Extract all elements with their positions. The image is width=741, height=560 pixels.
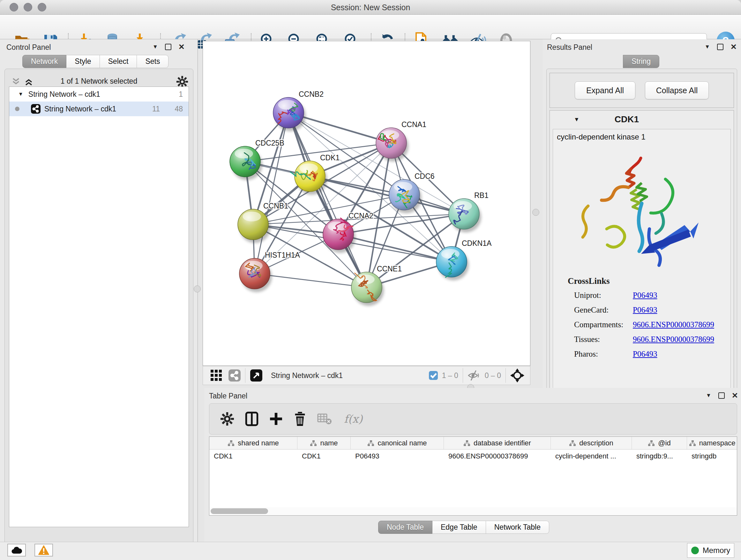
network-collection-row[interactable]: ▼ String Network – cdk1 1 [9,87,189,102]
table-gear-icon[interactable] [220,412,234,426]
column-header-shared-name[interactable]: shared name [209,437,297,449]
function-builder-icon[interactable]: f(x) [343,411,365,427]
protein-details: cyclin-dependent kinase 1 [553,129,731,395]
tree-expand-icon[interactable]: ▼ [18,91,23,97]
network-canvas[interactable]: CCNB2CCNA1CDC25BCDK1CDC6RB1CCNB1CCNA2CDK… [203,41,530,366]
node-label-CDC25B: CDC25B [255,139,284,147]
column-type-icon [227,440,234,446]
cell-0[interactable]: CDK1 [209,449,297,463]
node-CCNB1[interactable]: CCNB1 [238,202,288,243]
tab-edge-table[interactable]: Edge Table [432,521,486,534]
crosslink-link-2[interactable]: 9606.ENSP00000378699 [633,320,714,329]
column-header-canonical-name[interactable]: canonical name [351,437,444,449]
table-toolbar: f(x) [209,403,737,435]
panel-close-icon[interactable]: ✕ [732,392,738,399]
node-label-CCNA1: CCNA1 [401,120,426,129]
node-CCNB2[interactable]: CCNB2 [273,90,324,131]
node-HIST1H1A[interactable]: HIST1H1A [239,251,300,292]
right-splitter-handle[interactable] [532,209,539,216]
show-columns-icon[interactable] [245,412,259,426]
column-type-icon [463,440,470,446]
protein-section-header[interactable]: ▼ CDK1 [550,111,734,128]
tab-network[interactable]: Network [22,55,66,68]
tab-sets[interactable]: Sets [137,55,169,68]
column-header-database-identifier[interactable]: database identifier [444,437,551,449]
network-row-label: String Network – cdk1 [44,105,116,113]
hidden-eye-icon[interactable] [468,370,481,381]
create-column-icon[interactable] [269,412,283,426]
node-CDKN1A[interactable]: CDKN1A [436,239,492,280]
section-collapse-icon[interactable]: ▼ [574,116,580,123]
cell-5[interactable]: stringdb:9... [632,449,687,463]
edge-CCNB2-HIST1H1A [255,113,288,273]
node-label-RB1: RB1 [474,191,488,199]
selected-checkbox-icon[interactable] [428,371,438,380]
panel-float-icon[interactable] [718,392,725,399]
cell-4[interactable]: cyclin-dependent ... [551,449,632,463]
crosslink-link-3[interactable]: 9606.ENSP00000378699 [633,335,714,344]
panel-menu-icon[interactable]: ▼ [706,392,711,399]
node-CCNA1[interactable]: CCNA1 [376,120,426,162]
panel-menu-icon[interactable]: ▼ [152,44,158,50]
node-RB1[interactable]: RB1 [449,191,488,233]
delete-column-icon[interactable] [293,412,307,426]
table-row[interactable]: CDK1CDK1P064939606.ENSP00000378699cyclin… [209,449,737,463]
column-header--id[interactable]: @id [632,437,687,449]
detach-view-icon[interactable] [250,369,263,382]
column-header-description[interactable]: description [551,437,632,449]
grid-mode-icon[interactable] [210,369,223,382]
crosslink-link-4[interactable]: P06493 [633,350,657,359]
network-selection-status: 1 of 1 Network selected [8,77,190,85]
delete-table-icon[interactable] [317,413,332,425]
warning-status-button[interactable] [35,544,53,557]
memory-button[interactable]: Memory [687,543,734,558]
crosslink-link-1[interactable]: P06493 [633,306,657,314]
network-options-gear-icon[interactable] [176,76,188,88]
hidden-count: 0 – 0 [485,371,501,380]
cell-6[interactable]: stringdb [687,449,737,463]
node-label-CDK1: CDK1 [320,153,340,162]
column-type-icon [310,440,317,446]
view-mode-icon[interactable] [228,369,241,381]
column-type-icon [569,440,576,446]
crosslink-label-3: Tissues: [574,335,600,344]
panel-menu-icon[interactable]: ▼ [704,44,710,50]
column-type-icon [648,440,655,446]
panel-float-icon[interactable] [165,44,172,50]
column-header-name[interactable]: name [297,437,351,449]
node-table: shared namenamecanonical namedatabase id… [209,436,737,516]
application-window: Session: New Session [0,0,741,560]
svg-text:f(x): f(x) [344,413,363,425]
left-splitter-handle[interactable] [194,286,201,293]
table-horizontal-scrollbar[interactable] [210,507,737,515]
cell-3[interactable]: 9606.ENSP00000378699 [444,449,551,463]
network-current-dot [15,107,19,111]
network-graph[interactable]: CCNB2CCNA1CDC25BCDK1CDC6RB1CCNB1CCNA2CDK… [203,41,530,366]
collapse-all-button[interactable]: Collapse All [645,81,709,99]
tab-node-table[interactable]: Node Table [378,521,432,534]
expand-all-button[interactable]: Expand All [575,81,635,99]
tab-string[interactable]: String [623,55,659,68]
tab-select[interactable]: Select [100,55,137,68]
cell-1[interactable]: CDK1 [297,449,351,463]
control-panel-title: Control Panel [6,43,51,52]
birdseye-icon[interactable] [510,368,524,382]
title-bar: Session: New Session [0,0,741,15]
tab-network-table[interactable]: Network Table [486,521,549,534]
panel-close-icon[interactable]: ✕ [731,44,737,50]
node-CDK1[interactable]: CDK1 [290,153,340,195]
crosslink-label-2: Compartments: [574,320,623,329]
cell-2[interactable]: P06493 [351,449,444,463]
cloud-status-button[interactable] [7,544,26,557]
network-collection-label: String Network – cdk1 [28,90,100,99]
tab-style[interactable]: Style [66,55,99,68]
protein-section: ▼ CDK1 cyclin-dependent kinase 1 [549,110,734,407]
panel-close-icon[interactable]: ✕ [179,44,185,50]
results-panel-tabs: String [623,55,659,68]
column-header-namespace[interactable]: namespace [687,437,737,449]
network-node-count: 11 [152,105,160,113]
network-list: ▼ String Network – cdk1 1 String Network… [9,86,189,527]
panel-float-icon[interactable] [717,44,724,50]
crosslink-link-0[interactable]: P06493 [633,291,657,300]
network-row[interactable]: String Network – cdk1 11 48 [9,102,189,116]
